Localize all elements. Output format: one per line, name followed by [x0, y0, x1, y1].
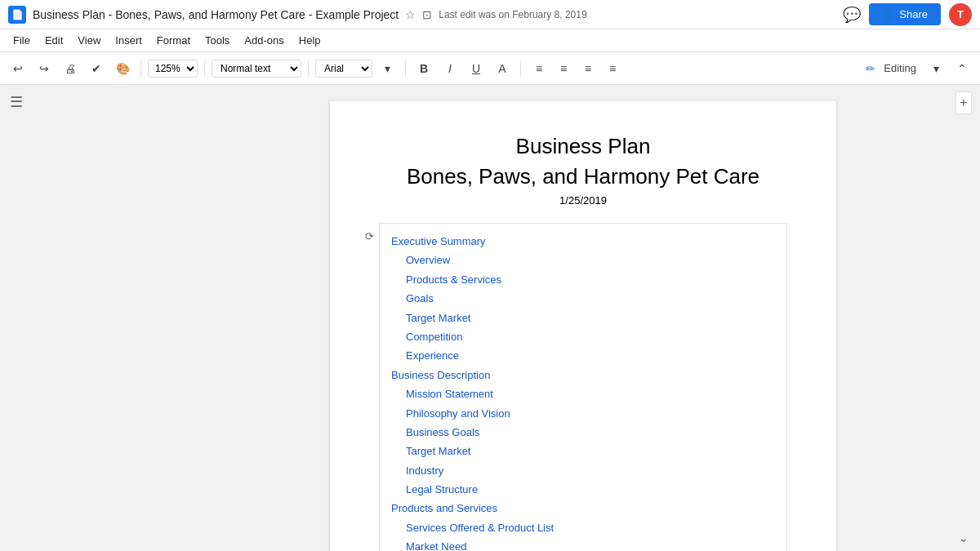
toolbar-divider-3 [308, 60, 309, 77]
align-left-button[interactable]: ≡ [528, 57, 550, 80]
toolbar-divider-5 [520, 60, 521, 77]
avatar[interactable]: T [949, 3, 972, 26]
last-edit: Last edit was on February 8, 2019 [439, 9, 586, 20]
align-right-button[interactable]: ≡ [577, 57, 599, 80]
bold-button[interactable]: B [412, 57, 435, 80]
menu-file[interactable]: File [7, 32, 37, 49]
star-icon[interactable]: ☆ [405, 8, 416, 21]
align-center-button[interactable]: ≡ [552, 57, 575, 80]
toolbar: ↩ ↪ 🖨 ✔ 🎨 125% 100% 150% Normal text Hea… [0, 52, 980, 85]
toolbar-right: ✏ Editing ▾ ⌃ [866, 57, 973, 80]
menu-bar: File Edit View Insert Format Tools Add-o… [0, 29, 980, 52]
share-icon: 👤 [882, 8, 895, 20]
align-group: ≡ ≡ ≡ ≡ [528, 57, 624, 80]
toc-item[interactable]: Products & Services [391, 270, 775, 289]
toc-item[interactable]: Market Need [391, 537, 775, 551]
page-container: Business Plan Bones, Paws, and Harmony P… [219, 85, 947, 551]
toc-refresh-icon[interactable]: ⟳ [365, 230, 374, 242]
main-area: ☰ Business Plan Bones, Paws, and Harmony… [0, 85, 980, 551]
menu-view[interactable]: View [71, 32, 107, 49]
toc-item[interactable]: Industry [391, 461, 775, 480]
paint-format-button[interactable]: 🎨 [111, 57, 134, 80]
toolbar-divider-4 [405, 60, 406, 77]
text-color-button[interactable]: A [491, 57, 514, 80]
doc-page: Business Plan Bones, Paws, and Harmony P… [330, 101, 836, 551]
toc-item[interactable]: Experience [391, 346, 775, 365]
style-select[interactable]: Normal text Heading 1 Heading 2 [212, 60, 301, 78]
toc-item[interactable]: Executive Summary [391, 232, 775, 251]
scroll-down-arrow[interactable]: ⌄ [952, 525, 975, 551]
toc-item[interactable]: Competition [391, 327, 775, 346]
editing-chevron[interactable]: ▾ [924, 57, 947, 80]
expand-icon[interactable]: + [956, 91, 971, 114]
menu-format[interactable]: Format [150, 32, 197, 49]
doc-subtitle: Bones, Paws, and Harmony Pet Care [379, 164, 787, 189]
pencil-icon: ✏ [866, 62, 875, 75]
doc-date: 1/25/2019 [379, 194, 787, 207]
underline-button[interactable]: U [465, 57, 488, 80]
toc-item[interactable]: Products and Services [391, 499, 775, 518]
menu-help[interactable]: Help [292, 32, 327, 49]
share-button[interactable]: 👤 Share [869, 3, 941, 25]
align-justify-button[interactable]: ≡ [601, 57, 624, 80]
menu-edit[interactable]: Edit [38, 32, 69, 49]
toc-item[interactable]: Target Market [391, 442, 775, 460]
font-select[interactable]: Arial Times New Roman [315, 60, 372, 78]
menu-tools[interactable]: Tools [198, 32, 236, 49]
google-docs-icon: 📄 [8, 6, 26, 24]
toc-item[interactable]: Mission Statement [391, 384, 775, 403]
toc-item[interactable]: Philosophy and Vision [391, 404, 775, 423]
title-bar: 📄 Business Plan - Bones, Paws, and Harmo… [0, 0, 980, 29]
toc-item[interactable]: Business Description [391, 366, 775, 384]
redo-button[interactable]: ↪ [33, 57, 56, 80]
editing-label: Editing [879, 62, 921, 74]
toc-item[interactable]: Services Offered & Product List [391, 518, 775, 537]
font-size-down[interactable]: ▾ [376, 57, 399, 80]
doc-title: Business Plan - Bones, Paws, and Harmony… [33, 8, 399, 21]
toc-container: ⟳ Executive SummaryOverviewProducts & Se… [379, 223, 787, 551]
zoom-select[interactable]: 125% 100% 150% [148, 60, 198, 78]
title-bar-left: 📄 Business Plan - Bones, Paws, and Harmo… [8, 6, 843, 24]
toc-item[interactable]: Legal Structure [391, 480, 775, 499]
right-sidebar: + ⌄ [947, 85, 980, 551]
undo-button[interactable]: ↩ [7, 57, 29, 80]
toc-item[interactable]: Goals [391, 289, 775, 308]
chat-icon[interactable]: 💬 [843, 6, 861, 24]
toolbar-divider-1 [140, 60, 141, 77]
doc-main-title: Business Plan [379, 134, 787, 159]
title-bar-right: 💬 👤 Share T [843, 3, 972, 26]
toc-item[interactable]: Business Goals [391, 423, 775, 442]
folder-icon[interactable]: ⊡ [422, 8, 432, 21]
left-sidebar: ☰ [0, 85, 219, 551]
outline-icon[interactable]: ☰ [0, 85, 33, 119]
collapse-button[interactable]: ⌃ [951, 57, 973, 80]
menu-insert[interactable]: Insert [109, 32, 149, 49]
toolbar-divider-2 [204, 60, 205, 77]
print-button[interactable]: 🖨 [59, 57, 82, 80]
italic-button[interactable]: I [439, 57, 461, 80]
toc-item[interactable]: Overview [391, 251, 775, 269]
menu-addons[interactable]: Add-ons [238, 32, 290, 49]
toc-item[interactable]: Target Market [391, 309, 775, 327]
spell-check-button[interactable]: ✔ [85, 57, 108, 80]
toc-list: Executive SummaryOverviewProducts & Serv… [391, 232, 775, 551]
